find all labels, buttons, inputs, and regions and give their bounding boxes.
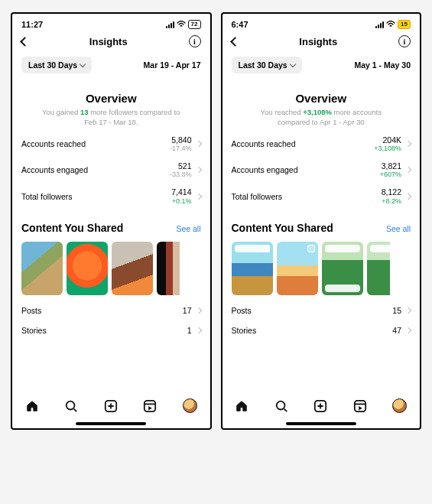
info-icon[interactable]: i [398, 35, 411, 47]
home-icon[interactable] [25, 399, 39, 413]
chevron-right-icon [405, 141, 411, 147]
content-thumb[interactable] [232, 242, 273, 295]
stat-value: 15 [392, 306, 401, 315]
create-icon[interactable] [104, 399, 118, 413]
metric-value: 8,122 [382, 187, 401, 197]
date-range-label: Last 30 Days [28, 60, 77, 70]
metric-total-followers[interactable]: Total followers 8,122+8.2% [222, 180, 421, 206]
info-icon[interactable]: i [189, 35, 201, 47]
back-icon[interactable] [20, 37, 30, 47]
overview-heading: Overview [222, 92, 421, 105]
content-thumb[interactable] [277, 242, 318, 295]
metric-label: Accounts reached [232, 139, 296, 148]
chevron-down-icon [289, 61, 295, 67]
stat-stories[interactable]: Stories 1 [12, 315, 210, 335]
metric-label: Accounts reached [21, 139, 86, 148]
content-thumbnails[interactable] [222, 237, 421, 295]
cellular-icon [166, 21, 174, 28]
page-title: Insights [89, 36, 128, 47]
reel-badge-icon [262, 245, 270, 252]
overview-gain: +3,108% [303, 108, 332, 116]
see-all-link[interactable]: See all [386, 224, 411, 233]
metric-value: 204K [374, 135, 401, 145]
content-thumb[interactable] [21, 242, 63, 295]
chevron-right-icon [405, 327, 411, 333]
chevron-right-icon [405, 307, 411, 314]
stat-label: Posts [21, 306, 41, 315]
svg-rect-12 [355, 400, 365, 411]
date-range-label: Last 30 Days [239, 60, 287, 70]
content-heading: Content You Shared [21, 222, 123, 234]
reel-badge-icon [307, 245, 315, 252]
stat-posts[interactable]: Posts 15 [222, 295, 421, 315]
stat-label: Stories [21, 326, 47, 335]
content-thumb[interactable] [322, 242, 363, 295]
metric-label: Total followers [232, 192, 283, 201]
status-bar: 11:27 72 [12, 14, 210, 32]
clock: 6:47 [232, 20, 248, 29]
content-thumb[interactable] [157, 242, 180, 295]
metric-accounts-engaged[interactable]: Accounts engaged 3,821+607% [222, 154, 421, 180]
stat-value: 17 [183, 306, 192, 315]
date-range-text: May 1 - May 30 [354, 60, 411, 70]
metric-delta: -17.4% [170, 145, 192, 152]
chevron-right-icon [405, 167, 411, 173]
content-thumb[interactable] [112, 242, 153, 295]
metric-accounts-reached[interactable]: Accounts reached 204K+3,108% [222, 128, 421, 154]
stat-label: Stories [232, 326, 257, 335]
overview-gain: 13 [80, 108, 89, 116]
metric-value: 5,840 [170, 135, 192, 145]
phone-screen-left: 11:27 72 Insights i Last 30 Days Mar 19 … [11, 12, 212, 430]
phone-screen-right: 6:47 15 Insights i Last 30 Days May 1 - … [221, 12, 422, 430]
metric-value: 3,821 [380, 161, 401, 171]
date-range-picker[interactable]: Last 30 Days [21, 57, 92, 73]
overview-subtext: You reached +3,108% more accounts compar… [222, 105, 421, 128]
nav-bar: Insights i [222, 32, 421, 52]
nav-bar: Insights i [12, 32, 210, 52]
profile-avatar[interactable] [392, 398, 407, 413]
metric-delta: -33.8% [170, 171, 192, 178]
home-icon[interactable] [235, 399, 248, 413]
metric-delta: +607% [380, 171, 401, 178]
reels-icon[interactable] [353, 399, 367, 413]
status-bar: 6:47 15 [222, 14, 421, 32]
svg-line-1 [74, 408, 77, 411]
stat-posts[interactable]: Posts 17 [12, 295, 210, 315]
metric-total-followers[interactable]: Total followers 7,414+0.1% [12, 180, 210, 206]
date-range-picker[interactable]: Last 30 Days [232, 57, 302, 73]
metric-accounts-engaged[interactable]: Accounts engaged 521-33.8% [12, 154, 210, 180]
metric-label: Accounts engaged [21, 165, 88, 174]
see-all-link[interactable]: See all [176, 224, 200, 233]
metric-accounts-reached[interactable]: Accounts reached 5,840-17.4% [12, 128, 210, 154]
overview-subtext: You gained 13 more followers compared to… [12, 105, 210, 128]
reels-icon[interactable] [143, 399, 157, 413]
wifi-icon [177, 21, 186, 28]
battery-icon: 15 [398, 20, 411, 29]
svg-rect-5 [145, 400, 155, 411]
back-icon[interactable] [230, 37, 240, 47]
svg-point-7 [276, 401, 284, 409]
chevron-down-icon [80, 61, 86, 67]
svg-point-0 [67, 401, 75, 409]
content-thumb[interactable] [367, 242, 390, 295]
stat-label: Posts [232, 306, 252, 315]
caption-overlay [325, 245, 360, 252]
search-icon[interactable] [64, 399, 78, 413]
profile-avatar[interactable] [183, 398, 197, 413]
caption-overlay [370, 245, 390, 252]
cellular-icon [375, 21, 384, 28]
tab-bar [222, 392, 421, 418]
stat-value: 47 [392, 326, 401, 335]
clock: 11:27 [21, 20, 43, 29]
search-icon[interactable] [274, 399, 288, 413]
date-range-bar: Last 30 Days Mar 19 - Apr 17 [12, 52, 210, 75]
chevron-right-icon [195, 141, 201, 147]
create-icon[interactable] [313, 399, 327, 413]
content-thumbnails[interactable] [12, 237, 210, 295]
content-thumb[interactable] [67, 242, 108, 295]
wifi-icon [386, 21, 395, 28]
date-range-bar: Last 30 Days May 1 - May 30 [222, 52, 421, 75]
metric-label: Total followers [21, 192, 73, 201]
home-indicator [286, 422, 356, 425]
stat-stories[interactable]: Stories 47 [222, 315, 421, 335]
